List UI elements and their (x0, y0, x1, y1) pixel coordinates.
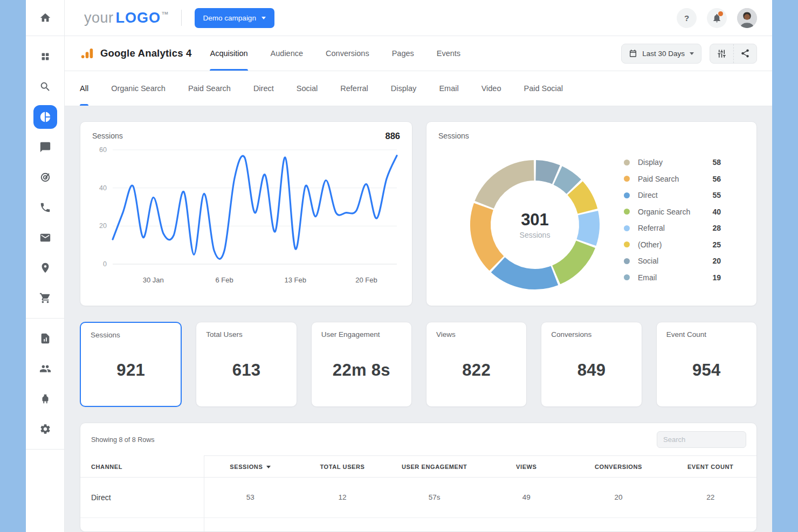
metric-label: Conversions (551, 330, 631, 338)
channels-table-card: Showing 8 of 8 Rows CHANNELSESSIONSTOTAL… (80, 423, 757, 532)
sidebar-item-report[interactable] (33, 327, 57, 350)
sidebar-divider (26, 318, 64, 319)
search-icon (39, 81, 51, 93)
channel-tab-referral[interactable]: Referral (340, 71, 368, 106)
cart-icon (39, 292, 51, 304)
metric-label: Total Users (206, 330, 286, 338)
channel-tab-display[interactable]: Display (391, 71, 417, 106)
metric-label: User Engagement (321, 330, 402, 338)
metric-value: 954 (657, 361, 756, 380)
table-cell: 49 (480, 478, 573, 518)
channel-tab-organic-search[interactable]: Organic Search (111, 71, 166, 106)
channel-tab-paid-search[interactable]: Paid Search (188, 71, 231, 106)
table-row-count: Showing 8 of 8 Rows (91, 436, 154, 444)
column-label: CONVERSIONS (595, 464, 642, 470)
main-area: your LOGO TM Demo campaign ? (65, 0, 772, 532)
tab-acquisition[interactable]: Acquisition (210, 36, 247, 71)
column-header-event-count[interactable]: EVENT COUNT (664, 455, 756, 478)
channel-tab-video[interactable]: Video (481, 71, 501, 106)
search-input[interactable] (657, 431, 746, 448)
legend-label: Paid Search (638, 175, 712, 183)
sidebar-item-target[interactable] (33, 165, 57, 189)
legend-dot (624, 192, 630, 198)
metric-card-sessions[interactable]: Sessions921 (80, 322, 182, 407)
svg-text:13 Feb: 13 Feb (285, 276, 306, 284)
legend-item-referral[interactable]: Referral28 (624, 222, 721, 234)
tab-events[interactable]: Events (437, 36, 460, 71)
sidebar-item-home[interactable] (33, 6, 57, 30)
donut-segment-email[interactable] (558, 175, 574, 186)
help-button[interactable]: ? (677, 8, 697, 28)
table-cell: 57s (388, 478, 480, 518)
sidebar-item-mail[interactable] (33, 226, 57, 250)
metric-card-total-users[interactable]: Total Users613 (196, 322, 297, 407)
table-cell: 22 (573, 518, 665, 532)
donut-body: 301 Sessions Display58Paid Search56Direc… (438, 148, 745, 292)
channel-tab-email[interactable]: Email (439, 71, 458, 106)
column-header-views[interactable]: VIEWS (480, 455, 573, 478)
sidebar-item-plug[interactable] (33, 387, 57, 411)
legend-value: 56 (712, 175, 721, 183)
legend-item-display[interactable]: Display58 (624, 156, 721, 168)
sidebar-item-apps[interactable] (33, 45, 57, 68)
tab-audience[interactable]: Audience (271, 36, 303, 71)
legend-item-direct[interactable]: Direct55 (624, 189, 721, 201)
share-button[interactable] (733, 44, 756, 63)
channel-tab-paid-social[interactable]: Paid Social (524, 71, 563, 106)
sessions-line-card: Sessions 886 020406030 Jan6 Feb13 Feb20 … (80, 121, 412, 306)
donut-segment-organic-search[interactable] (556, 244, 586, 275)
sidebar-item-phone[interactable] (33, 196, 57, 219)
legend-item-paid-search[interactable]: Paid Search56 (624, 173, 721, 185)
metric-card-user-engagement[interactable]: User Engagement22m 8s (311, 322, 412, 407)
sidebar-top (26, 0, 64, 36)
sidebar-item-chat[interactable] (33, 135, 57, 159)
tab-pages[interactable]: Pages (392, 36, 414, 71)
donut-segment-social[interactable] (536, 170, 556, 175)
tab-conversions[interactable]: Conversions (326, 36, 369, 71)
avatar[interactable] (737, 8, 757, 28)
metric-card-conversions[interactable]: Conversions849 (541, 322, 642, 407)
legend-item-social[interactable]: Social20 (624, 255, 721, 267)
metric-label: Views (436, 330, 517, 338)
column-header-total-users[interactable]: TOTAL USERS (297, 455, 389, 478)
report-tabs: AcquisitionAudienceConversionsPagesEvent… (210, 36, 460, 71)
sidebar-item-cart[interactable] (33, 286, 57, 310)
legend-dot (624, 258, 630, 264)
legend-item-email[interactable]: Email19 (624, 272, 721, 284)
sidebar-item-users[interactable] (33, 357, 57, 381)
legend-value: 19 (712, 273, 721, 282)
metric-card-views[interactable]: Views822 (426, 322, 527, 407)
filters-button[interactable] (710, 44, 733, 63)
logo: your LOGO TM (84, 10, 168, 26)
metric-card-event-count[interactable]: Event Count954 (656, 322, 757, 407)
donut-segment-direct[interactable] (498, 265, 555, 279)
donut-segment-display[interactable] (484, 170, 534, 205)
column-header-user-engagement[interactable]: USER ENGAGEMENT (388, 455, 480, 478)
column-label: SESSIONS (230, 464, 263, 470)
sidebar-item-location[interactable] (33, 256, 57, 280)
channel-tab-direct[interactable]: Direct (253, 71, 274, 106)
sidebar (26, 0, 65, 532)
channel-tab-all[interactable]: All (80, 71, 88, 106)
legend-item-other[interactable]: (Other)25 (624, 239, 721, 251)
donut-segment-other[interactable] (575, 188, 588, 211)
card-title: Sessions (92, 132, 400, 140)
logo-text-logo: LOGO (116, 10, 161, 26)
notifications-button[interactable] (707, 8, 727, 28)
channel-tab-social[interactable]: Social (297, 71, 318, 106)
sidebar-item-search[interactable] (33, 75, 57, 99)
column-header-sessions[interactable]: SESSIONS (204, 455, 297, 478)
column-header-channel[interactable]: CHANNEL (80, 455, 204, 478)
sessions-total: 886 (385, 131, 400, 141)
donut-segment-paid-search[interactable] (480, 206, 497, 264)
dashboard-content: Sessions 886 020406030 Jan6 Feb13 Feb20 … (65, 106, 772, 532)
date-range-button[interactable]: Last 30 Days (621, 44, 701, 64)
campaign-selector-button[interactable]: Demo campaign (195, 8, 274, 28)
column-header-conversions[interactable]: CONVERSIONS (573, 455, 665, 478)
legend-item-organic-search[interactable]: Organic Search40 (624, 206, 721, 218)
sidebar-item-settings[interactable] (33, 417, 57, 441)
donut-segment-referral[interactable] (586, 213, 589, 243)
sidebar-item-pie-chart[interactable] (33, 105, 57, 129)
sidebar-items (26, 36, 64, 454)
plug-icon (39, 393, 51, 405)
